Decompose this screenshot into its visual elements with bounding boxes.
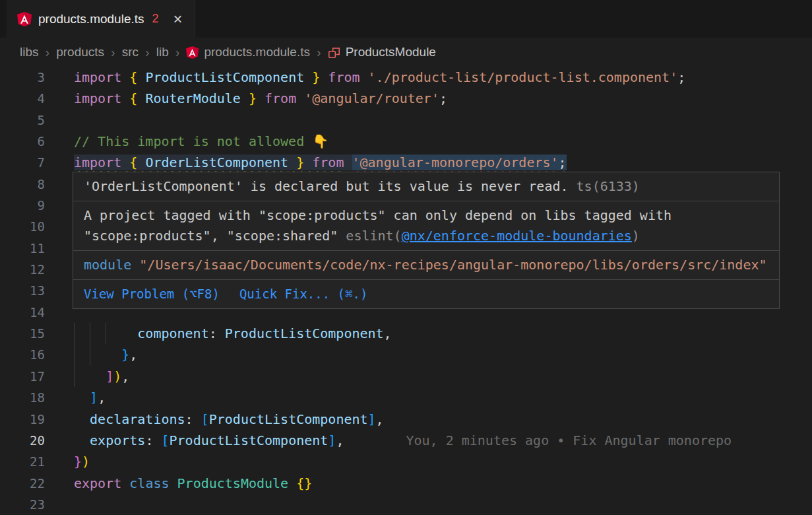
- code-token: ;: [677, 69, 685, 85]
- code-token: ,: [121, 368, 129, 384]
- code-line[interactable]: 5: [0, 110, 812, 131]
- code-token: [74, 366, 90, 387]
- code-line[interactable]: 22export class ProductsModule {}: [0, 473, 812, 494]
- code-token: [121, 69, 129, 85]
- line-number[interactable]: 7: [0, 152, 74, 173]
- code-token: component: [137, 326, 208, 341]
- line-number[interactable]: 19: [0, 409, 74, 430]
- code-token: RouterModule: [145, 90, 241, 106]
- line-number[interactable]: 10: [0, 216, 74, 237]
- code-token: [241, 90, 249, 106]
- code-text: ],: [74, 387, 106, 408]
- breadcrumb-item-products[interactable]: products: [56, 45, 104, 59]
- code-line[interactable]: 17]),: [0, 366, 812, 387]
- code-token: ]: [106, 368, 113, 384]
- code-token: :: [209, 326, 217, 341]
- code-token: ProductsModule: [177, 475, 289, 491]
- line-number[interactable]: 8: [0, 174, 74, 195]
- close-icon[interactable]: ×: [173, 11, 183, 27]
- code-token: }: [312, 69, 320, 85]
- code-token: [193, 411, 201, 427]
- code-token: [106, 344, 121, 365]
- code-line[interactable]: 18],: [0, 387, 812, 408]
- breadcrumb-item-file[interactable]: products.module.ts: [186, 45, 310, 59]
- code-token: exports: [90, 432, 145, 448]
- view-problem-action[interactable]: View Problem (⌥F8): [84, 284, 220, 304]
- code-token: ,: [336, 432, 344, 448]
- chevron-right-icon: ›: [111, 45, 115, 60]
- code-token: }: [74, 454, 82, 469]
- code-token: [74, 387, 90, 408]
- code-token: }: [296, 154, 304, 170]
- code-text: // This import is not allowed 👇: [74, 131, 328, 152]
- line-number[interactable]: 13: [0, 280, 74, 301]
- line-number[interactable]: 18: [0, 387, 74, 408]
- code-token: {}: [296, 475, 312, 491]
- code-line[interactable]: 4import { RouterModule } from '@angular/…: [0, 88, 812, 109]
- code-text: import { RouterModule } from '@angular/r…: [74, 88, 447, 109]
- class-symbol-icon: [328, 46, 340, 59]
- line-number[interactable]: 4: [0, 88, 74, 109]
- code-line[interactable]: 3import { ProductListComponent } from '.…: [0, 67, 812, 88]
- line-number[interactable]: 17: [0, 366, 74, 387]
- eslint-rule-link[interactable]: @nx/enforce-module-boundaries: [402, 228, 632, 244]
- line-number[interactable]: 16: [0, 344, 74, 365]
- breadcrumb-item-symbol[interactable]: ProductsModule: [328, 45, 436, 59]
- eslint-source-suffix: ): [632, 228, 640, 244]
- code-line[interactable]: 7import { OrderListComponent } from '@an…: [0, 152, 812, 173]
- line-number[interactable]: 20: [0, 430, 74, 451]
- code-token: from: [265, 90, 296, 106]
- editor[interactable]: 3import { ProductListComponent } from '.…: [0, 67, 812, 515]
- line-number[interactable]: 11: [0, 238, 74, 259]
- code-token: '@angular/router': [304, 90, 439, 106]
- code-line[interactable]: 20exports: [ProductListComponent],You, 2…: [0, 430, 812, 451]
- code-token: ProductListComponent: [225, 326, 384, 341]
- code-token: import: [74, 69, 121, 85]
- hover-popup: 'OrderListComponent' is declared but its…: [73, 172, 780, 309]
- code-token: :: [145, 432, 153, 448]
- code-token: import: [74, 90, 121, 106]
- chevron-right-icon: ›: [317, 45, 321, 60]
- code-token: {: [129, 154, 137, 170]
- code-token: // This import is not allowed: [74, 133, 312, 149]
- code-line[interactable]: 6// This import is not allowed 👇: [0, 131, 812, 152]
- line-number[interactable]: 23: [0, 494, 74, 515]
- code-token: ,: [129, 347, 137, 362]
- line-number[interactable]: 6: [0, 131, 74, 152]
- code-token: ,: [376, 411, 384, 427]
- line-number[interactable]: 22: [0, 473, 74, 494]
- code-token: '@angular-monorepo/orders': [352, 154, 559, 170]
- code-token: :: [185, 411, 193, 427]
- line-number[interactable]: 3: [0, 67, 74, 88]
- line-number[interactable]: 15: [0, 323, 74, 344]
- quick-fix-action[interactable]: Quick Fix... (⌘.): [239, 284, 367, 304]
- code-text: import { ProductListComponent } from './…: [74, 67, 685, 88]
- code-token: }: [249, 90, 257, 106]
- code-token: ;: [439, 90, 447, 106]
- line-number[interactable]: 21: [0, 451, 74, 472]
- code-token: './product-list/product-list.component': [368, 69, 678, 85]
- code-line[interactable]: 21}): [0, 451, 812, 472]
- module-path: "/Users/isaac/Documents/code/nx-recipes/…: [139, 257, 766, 273]
- code-token: [90, 323, 106, 344]
- code-line[interactable]: 15component: ProductListComponent,: [0, 323, 812, 344]
- code-token: ): [82, 454, 90, 469]
- tab-products-module[interactable]: products.module.ts 2 ×: [7, 0, 195, 38]
- tab-title: products.module.ts: [38, 12, 144, 26]
- code-token: [288, 154, 296, 170]
- line-number[interactable]: 5: [0, 110, 74, 131]
- tab-problem-badge: 2: [152, 12, 159, 26]
- breadcrumb-item-src[interactable]: src: [122, 45, 139, 59]
- breadcrumb-item-lib[interactable]: lib: [156, 45, 169, 59]
- code-token: [90, 344, 106, 365]
- line-number[interactable]: 9: [0, 195, 74, 216]
- line-number[interactable]: 14: [0, 302, 74, 323]
- breadcrumb-item-libs[interactable]: libs: [20, 45, 39, 59]
- line-number[interactable]: 12: [0, 259, 74, 280]
- code-token: [74, 323, 90, 344]
- code-token: export: [74, 475, 121, 491]
- code-line[interactable]: 16},: [0, 344, 812, 365]
- code-token: [137, 154, 145, 170]
- code-line[interactable]: 19declarations: [ProductListComponent],: [0, 409, 812, 430]
- code-line[interactable]: 23: [0, 494, 812, 515]
